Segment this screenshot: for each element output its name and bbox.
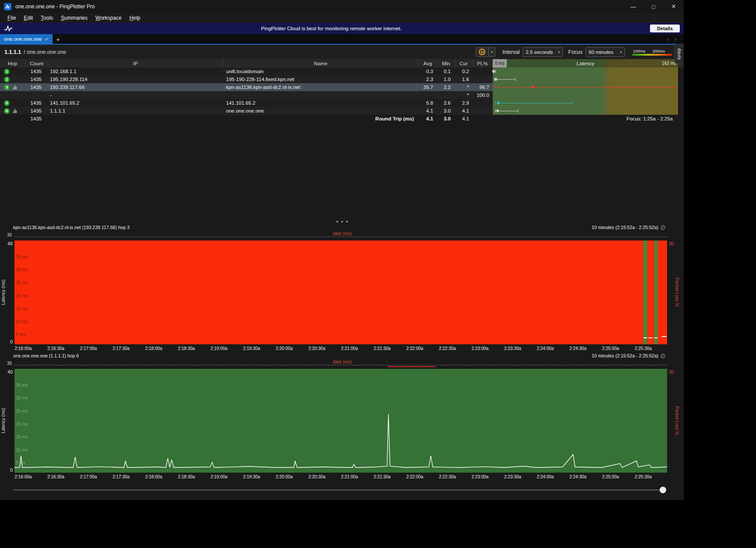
pl-cell [473,75,493,83]
table-row-hop-1[interactable]: 11435192.168.1.1unifi.localdomain0.30.10… [0,67,684,75]
latency-bar-cell [493,107,678,115]
column-header-avg[interactable]: Avg [418,59,438,67]
interval-value: 2.5 seconds [526,49,553,55]
round-trip-row[interactable]: 1435 Round Trip (ms) 4.1 3.0 4.1 Focus: … [0,115,684,123]
gridline-label: 25 ms [16,280,28,285]
cur-cell: 4.1 [455,107,473,115]
latency-axis-label: Latency (ms) [0,240,6,344]
latency-range-bar [495,87,675,88]
details-button[interactable]: Details [650,25,680,32]
column-header-count[interactable]: Count [25,59,48,67]
trace-table-body: 11435192.168.1.1unifi.localdomain0.30.10… [0,67,684,115]
avg-cell: 4.1 [418,107,438,115]
summary-cur: 4.1 [455,115,473,123]
table-row-hop-2[interactable]: 21435195.190.228.114195-190-228-114.fixe… [0,75,684,83]
cur-cell: 2.9 [455,99,473,107]
tab-scroll-right-icon[interactable]: › [675,35,677,42]
maximize-button[interactable]: □ [643,0,664,13]
tab-scroll-left-icon[interactable]: ‹ [668,35,670,42]
focus-select[interactable]: 60 minutes ▾ [586,47,625,57]
summary-count: 1435 [25,115,48,123]
menu-help[interactable]: Help [126,14,145,22]
interval-label: Interval [502,49,519,55]
x-tick-label: 2:21:30a [369,346,395,351]
min-cell: 3.0 [438,107,455,115]
clear-focus-icon[interactable] [661,225,665,230]
cur-cell: * [455,83,473,91]
pause-button[interactable] [476,47,489,57]
latency-range-tick [495,70,496,73]
latency-range-tick [495,101,495,105]
latency-bar-cell [493,91,678,99]
minimize-button[interactable]: — [623,0,643,13]
column-header-ip[interactable]: IP [48,59,223,67]
latency-gradient-bar [632,54,672,56]
count-cell: 1435 [25,83,48,91]
timeline-plot-1[interactable]: 35 ms30 ms25 ms20 ms15 ms10 ms5 ms [14,240,667,344]
table-row-hop-timeout[interactable]: -*100.0 [0,91,684,99]
latency-avg-marker [496,109,499,113]
x-tick-label: 2:16:30a [42,474,69,479]
menu-summaries[interactable]: Summaries [57,14,92,22]
x-tick-label: 2:18:00a [141,474,167,479]
cur-cell: 0.2 [455,67,473,75]
close-button[interactable]: × [664,0,684,13]
time-axis: 2:16:00a2:16:30a2:17:00a2:17:30a2:18:00a… [14,473,667,481]
count-cell: 1435 [25,67,48,75]
jitter-baseline [14,365,667,365]
pause-icon [479,49,485,55]
y-axis-min: 0 [10,467,13,473]
ip-cell: - [48,91,223,99]
column-header-name[interactable]: Name [223,59,418,67]
x-tick-label: 2:20:00a [271,474,297,479]
timeline-plot-2[interactable]: 35 ms30 ms25 ms20 ms15 ms10 ms5 ms [14,369,667,473]
packet-loss-max: 30 [669,241,674,246]
menu-edit[interactable]: Edit [20,14,37,22]
min-cell: 0.1 [438,67,455,75]
jitter-baseline [14,237,667,237]
table-row-hop-3[interactable]: 31435193.239.117.66kpn-as1136.kpn-asd-dc… [0,83,684,91]
latency-range-tick [495,85,495,89]
latency-avg-marker [531,85,535,89]
column-header-pl[interactable]: PL% [473,59,493,67]
x-tick-label: 2:21:00a [336,346,363,351]
tab-one-one-one-one[interactable]: one.one.one.one ✓ [0,34,53,44]
min-cell [438,91,455,99]
focus-range-text: Focus: 1:25a - 2:25a [493,115,678,123]
x-tick-label: 2:25:00a [597,346,624,351]
latency-scale-legend: 100ms 200ms [632,49,672,56]
scrollbar-track[interactable] [13,489,664,491]
hop-number-badge: 3 [4,85,10,90]
target-toolbar: 1.1.1.1 / one.one.one.one ▾ Interval 2.5… [0,45,684,59]
round-trip-label: Round Trip (ms) [223,115,418,123]
new-target-button[interactable]: + [53,34,64,44]
timeline-graphs: kpn-as1136.kpn-asd-dc2.nl-ix.net (193.23… [0,224,684,481]
menu-file[interactable]: File [4,14,20,22]
menu-workspace[interactable]: Workspace [92,14,126,22]
column-header-latency[interactable]: 0 ms Latency 162 ms [493,59,678,67]
x-tick-label: 2:22:00a [402,474,428,479]
table-row-hop-6[interactable]: 614351.1.1.1one.one.one.one4.13.04.1 [0,107,684,115]
x-tick-label: 2:17:00a [75,346,102,351]
splitter-handle[interactable] [0,219,684,224]
column-header-cur[interactable]: Cur [455,59,473,67]
table-row-hop-5[interactable]: 51435141.101.65.2141.101.65.25.82.62.9 [0,99,684,107]
graph-title: one.one.one.one (1.1.1.1) hop 6 [13,353,79,358]
scrollbar-thumb[interactable] [660,487,666,493]
alerts-side-tab[interactable]: Alerts [675,44,684,64]
name-cell: kpn-as1136.kpn-asd-dc2.nl-ix.net [223,83,418,91]
avg-cell: 2.3 [418,75,438,83]
menu-tools[interactable]: Tools [37,14,57,22]
gridline-label: 5 ms [16,332,25,337]
table-header: Hop Count IP Name Avg Min Cur PL% 0 ms L… [0,59,684,67]
x-tick-label: 2:23:00a [467,346,493,351]
interval-select[interactable]: 2.5 seconds ▾ [523,47,563,57]
pause-dropdown-button[interactable]: ▾ [489,47,495,57]
clear-focus-icon[interactable] [661,354,665,358]
chevron-down-icon: ▾ [491,50,493,54]
latency-bar-cell [493,75,678,83]
column-header-min[interactable]: Min [438,59,455,67]
column-header-hop[interactable]: Hop [0,59,25,67]
row-filler [678,107,684,115]
latency-range-bar [495,103,572,103]
